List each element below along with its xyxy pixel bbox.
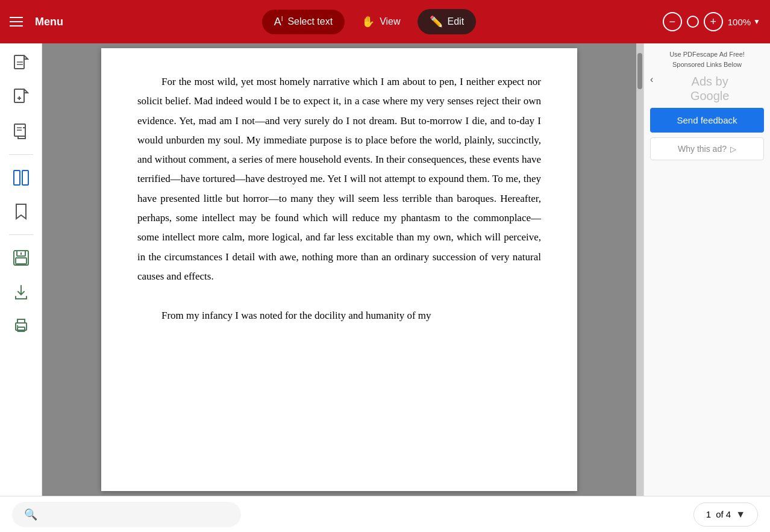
search-input[interactable] <box>42 509 229 519</box>
ai-select-icon: AI <box>274 16 283 28</box>
send-feedback-button[interactable]: Send feedback <box>650 108 764 133</box>
sidebar-divider-1 <box>9 154 33 155</box>
sidebar-layout-icon[interactable] <box>10 167 32 189</box>
add-page-icon[interactable] <box>10 87 32 108</box>
search-box[interactable]: 🔍 <box>12 502 241 527</box>
sidebar-bookmark-icon[interactable] <box>10 201 32 222</box>
pdf-paragraph-1: For the most wild, yet most homely narra… <box>137 72 541 286</box>
menu-label: Menu <box>35 16 63 28</box>
edit-icon: ✏️ <box>430 15 443 28</box>
left-sidebar <box>0 43 42 496</box>
pdf-content: For the most wild, yet most homely narra… <box>137 72 541 325</box>
ad-header-line1: Use PDFescape Ad Free! <box>669 51 745 58</box>
edit-button[interactable]: ✏️ Edit <box>418 9 477 34</box>
fit-page-icon <box>687 16 699 28</box>
toolbar-right: − + 100% ▼ <box>663 12 760 31</box>
why-this-ad-label: Why this ad? <box>678 144 727 154</box>
ad-collapse-icon: ‹ <box>650 74 653 84</box>
pdf-page: For the most wild, yet most homely narra… <box>101 48 577 491</box>
svg-point-21 <box>16 325 17 327</box>
svg-rect-13 <box>14 171 20 185</box>
download-icon[interactable] <box>10 281 32 302</box>
zoom-value: 100% <box>728 17 751 27</box>
google-text: Google <box>690 89 730 102</box>
view-label: View <box>380 16 400 27</box>
toolbar: Menu AI Select text ✋ View ✏️ Edit − + 1… <box>0 0 770 43</box>
page-dropdown-icon: ▼ <box>736 509 745 519</box>
scrollbar-thumb[interactable] <box>637 53 642 89</box>
pdf-viewer-area[interactable]: For the most wild, yet most homely narra… <box>42 43 643 496</box>
right-ad-panel: Use PDFescape Ad Free! Sponsored Links B… <box>643 43 770 496</box>
ads-by-google-label: Ads by Google <box>656 74 764 103</box>
save-file-icon[interactable] <box>10 247 32 269</box>
view-icon: ✋ <box>362 15 375 28</box>
page-dropdown-button[interactable]: ▼ <box>736 509 745 520</box>
toolbar-center: AI Select text ✋ View ✏️ Edit <box>83 9 656 34</box>
zoom-dropdown-icon: ▼ <box>753 17 760 26</box>
new-file-icon[interactable] <box>10 53 32 75</box>
select-text-label: Select text <box>287 16 333 27</box>
main-area: For the most wild, yet most homely narra… <box>0 43 770 496</box>
zoom-out-icon: − <box>669 16 675 28</box>
zoom-out-button[interactable]: − <box>663 12 682 31</box>
pdf-scrollbar[interactable] <box>636 43 643 496</box>
svg-rect-14 <box>22 171 28 185</box>
print-icon[interactable] <box>10 315 32 336</box>
export-icon[interactable] <box>10 120 32 142</box>
ad-collapse-button[interactable]: ‹ <box>650 74 653 85</box>
view-button[interactable]: ✋ View <box>349 9 412 34</box>
bottom-bar: 🔍 1 of 4 ▼ <box>0 496 770 532</box>
send-feedback-label: Send feedback <box>677 115 737 125</box>
zoom-level-display[interactable]: 100% ▼ <box>728 17 760 27</box>
zoom-in-button[interactable]: + <box>704 12 723 31</box>
edit-label: Edit <box>448 16 465 27</box>
zoom-in-icon: + <box>710 16 716 28</box>
why-this-ad-button[interactable]: Why this ad? ▷ <box>650 137 764 160</box>
sidebar-divider-2 <box>9 234 33 235</box>
menu-hamburger-button[interactable] <box>10 17 23 27</box>
page-indicator[interactable]: 1 of 4 ▼ <box>693 502 758 527</box>
why-this-ad-icon: ▷ <box>730 145 736 154</box>
pdf-paragraph-2: From my infancy I was noted for the doci… <box>137 306 541 325</box>
ad-header-line2: Sponsored Links Below <box>672 61 742 68</box>
svg-rect-17 <box>16 258 27 264</box>
page-current: 1 <box>706 509 711 519</box>
svg-rect-5 <box>14 89 24 102</box>
search-icon: 🔍 <box>24 508 37 521</box>
ad-promo-header: Use PDFescape Ad Free! Sponsored Links B… <box>650 49 764 69</box>
page-of: of 4 <box>716 509 731 519</box>
select-text-button[interactable]: AI Select text <box>262 10 345 34</box>
ads-by-text: Ads by <box>692 75 728 88</box>
